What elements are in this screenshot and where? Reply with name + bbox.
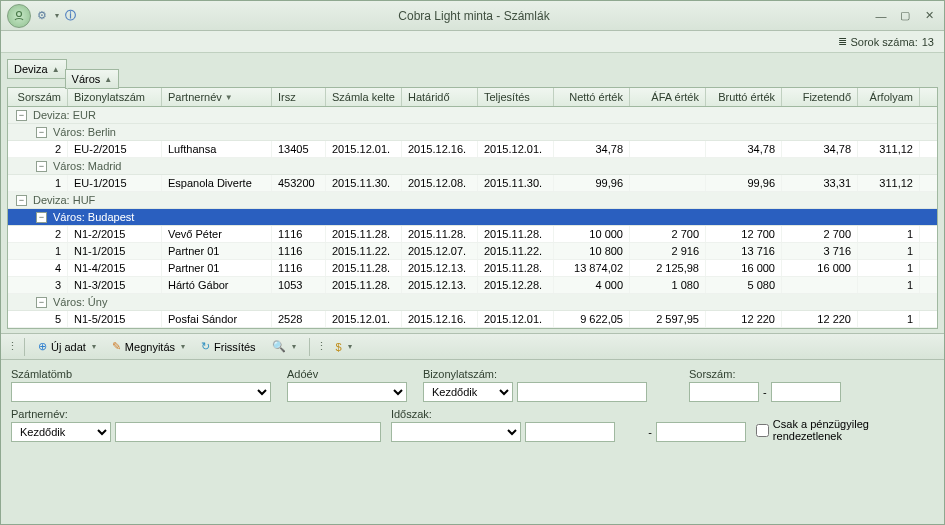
col-irsz[interactable]: Irsz [272,88,326,106]
unpaid-only-label: Csak a pénzügyileg rendezetlenek [773,418,939,442]
unpaid-only-checkbox[interactable]: Csak a pénzügyileg rendezetlenek [756,418,939,442]
table-row[interactable]: 4N1-4/2015Partner 0111162015.11.28.2015.… [8,260,937,277]
group-chip-varos[interactable]: Város▲ [65,69,120,89]
col-partner[interactable]: Partnernév▼ [162,88,272,106]
table-row[interactable]: 3N1-3/2015Hártó Gábor10532015.11.28.2015… [8,277,937,294]
col-kelte[interactable]: Számla kelte [326,88,402,106]
group-row-varos-budapest[interactable]: −Város: Budapest [8,209,937,226]
chevron-down-icon[interactable]: ▾ [348,342,352,351]
money-button[interactable]: $ ▾ [329,338,359,356]
row-count-label: Sorok száma: [851,36,918,48]
collapse-icon[interactable]: − [36,297,47,308]
dash-label: - [763,386,767,398]
toolbar-menu-icon[interactable]: ⋮ [7,340,18,353]
table-row[interactable]: 2EU-2/2015Lufthansa134052015.12.01.2015.… [8,141,937,158]
sort-desc-icon: ▼ [225,93,233,102]
gear-dropdown-icon[interactable]: ▾ [55,11,59,20]
close-button[interactable]: ✕ [920,9,938,23]
money-icon: $ [336,341,342,353]
toolbar-menu-icon[interactable]: ⋮ [316,340,327,353]
dash-label: - [648,426,652,438]
refresh-button[interactable]: ↻ Frissítés [194,337,263,356]
sort-asc-icon: ▲ [52,65,60,74]
chevron-down-icon[interactable]: ▾ [181,342,185,351]
table-row[interactable]: 1N1-1/2015Partner 0111162015.11.22.2015.… [8,243,937,260]
collapse-icon[interactable]: − [36,161,47,172]
table-row[interactable]: 1EU-1/2015Espanola Diverte4532002015.11.… [8,175,937,192]
window-title: Cobra Light minta - Számlák [76,9,872,23]
row-count-icon: ≣ [838,35,847,48]
idoszak-to-input[interactable] [656,422,746,442]
grouping-bar: Deviza▲ Város▲ [1,53,944,87]
col-afa[interactable]: ÁFA érték [630,88,706,106]
bizonylat-input[interactable] [517,382,647,402]
col-bizonylat[interactable]: Bizonylatszám [68,88,162,106]
table-row[interactable]: 5N1-5/2015Posfai Sándor25282015.12.01.20… [8,311,937,328]
col-netto[interactable]: Nettó érték [554,88,630,106]
collapse-icon[interactable]: − [36,212,47,223]
partner-input[interactable] [115,422,381,442]
grid-header: Sorszám Bizonylatszám Partnernév▼ Irsz S… [8,88,937,107]
row-count-value: 13 [922,36,934,48]
bizonylat-mode-select[interactable]: Kezdődik [423,382,513,402]
label-bizonylat: Bizonylatszám: [423,368,673,380]
new-button-label: Új adat [51,341,86,353]
col-sorszam[interactable]: Sorszám [8,88,68,106]
partner-mode-select[interactable]: Kezdődik [11,422,111,442]
group-chip-label: Deviza [14,63,48,75]
label-sorszam: Sorszám: [689,368,939,380]
group-row-deviza-eur[interactable]: −Deviza: EUR [8,107,937,124]
col-fizetendo[interactable]: Fizetendő [782,88,858,106]
svg-point-0 [17,11,22,16]
collapse-icon[interactable]: − [36,127,47,138]
group-row-varos-uny[interactable]: −Város: Úny [8,294,937,311]
col-teljesites[interactable]: Teljesítés [478,88,554,106]
sorszam-from-input[interactable] [689,382,759,402]
status-strip: ≣ Sorok száma: 13 [1,31,944,53]
search-button[interactable]: 🔍 ▾ [265,337,303,356]
group-row-varos-berlin[interactable]: −Város: Berlin [8,124,937,141]
pencil-icon: ✎ [112,340,121,353]
new-button[interactable]: ⊕ Új adat ▾ [31,337,103,356]
filter-panel: Számlatömb Adóév Bizonylatszám: Kezdődik… [1,360,944,450]
group-chip-label: Város [72,73,101,85]
adoev-select[interactable] [287,382,407,402]
col-arfolyam[interactable]: Árfolyam [858,88,920,106]
group-row-deviza-huf[interactable]: −Deviza: HUF [8,192,937,209]
maximize-button[interactable]: ▢ [896,9,914,23]
col-brutto[interactable]: Bruttó érték [706,88,782,106]
app-logo-icon [7,4,31,28]
plus-icon: ⊕ [38,340,47,353]
table-row[interactable]: 2N1-2/2015Vevő Péter11162015.11.28.2015.… [8,226,937,243]
refresh-icon: ↻ [201,340,210,353]
chevron-down-icon[interactable]: ▾ [92,342,96,351]
col-hatarido[interactable]: Határidő [402,88,478,106]
toolbar: ⋮ ⊕ Új adat ▾ ✎ Megnyitás ▾ ↻ Frissítés … [1,333,944,360]
search-icon: 🔍 [272,340,286,353]
collapse-icon[interactable]: − [16,110,27,121]
data-grid: Sorszám Bizonylatszám Partnernév▼ Irsz S… [7,87,938,329]
refresh-button-label: Frissítés [214,341,256,353]
group-chip-deviza[interactable]: Deviza▲ [7,59,67,79]
info-icon[interactable]: ⓘ [65,8,76,23]
sorszam-to-input[interactable] [771,382,841,402]
unpaid-only-check[interactable] [756,424,769,437]
label-szamlatomb: Számlatömb [11,368,271,380]
label-adoev: Adóév [287,368,407,380]
label-partnernev: Partnernév: [11,408,381,420]
open-button[interactable]: ✎ Megnyitás ▾ [105,337,192,356]
idoszak-select[interactable] [391,422,521,442]
titlebar: ⚙ ▾ ⓘ Cobra Light minta - Számlák — ▢ ✕ [1,1,944,31]
chevron-down-icon[interactable]: ▾ [292,342,296,351]
sort-asc-icon: ▲ [104,75,112,84]
szamlatomb-select[interactable] [11,382,271,402]
grid-body: −Deviza: EUR −Város: Berlin 2EU-2/2015Lu… [8,107,937,328]
collapse-icon[interactable]: − [16,195,27,206]
gear-icon[interactable]: ⚙ [37,9,47,22]
minimize-button[interactable]: — [872,9,890,23]
label-idoszak: Időszak: [391,408,638,420]
group-row-varos-madrid[interactable]: −Város: Madrid [8,158,937,175]
open-button-label: Megnyitás [125,341,175,353]
idoszak-from-input[interactable] [525,422,615,442]
